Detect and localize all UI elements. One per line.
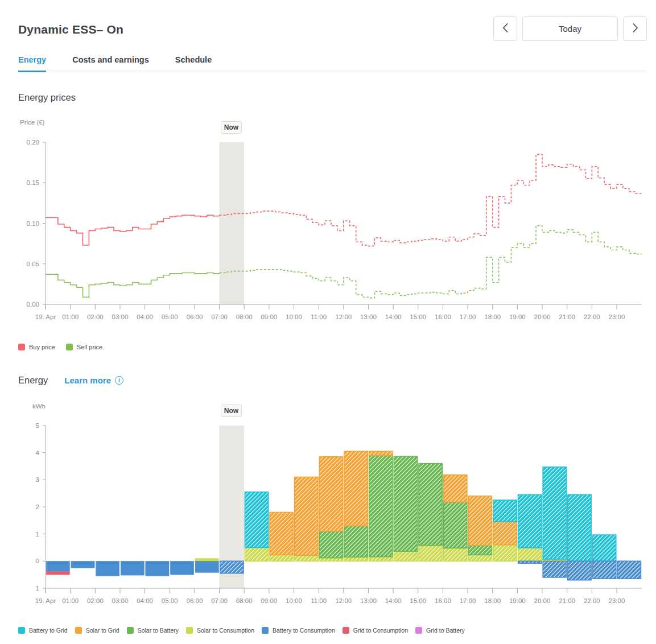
svg-text:12:00: 12:00	[335, 597, 352, 604]
svg-text:5: 5	[36, 422, 39, 429]
legend-swatch	[186, 627, 193, 634]
energy-flows-chart: 101234519. Apr01:0002:0003:0004:0005:000…	[0, 420, 656, 610]
svg-text:21:00: 21:00	[559, 313, 575, 320]
svg-text:17:00: 17:00	[460, 313, 476, 320]
svg-text:2: 2	[36, 503, 39, 510]
svg-text:0.00: 0.00	[27, 301, 39, 308]
svg-text:18:00: 18:00	[484, 313, 501, 320]
svg-text:0.15: 0.15	[27, 179, 39, 186]
price-chart-legend: Buy priceSell price	[18, 344, 102, 350]
svg-text:19:00: 19:00	[509, 313, 526, 320]
svg-text:04:00: 04:00	[137, 313, 153, 320]
svg-text:11:00: 11:00	[311, 313, 327, 320]
svg-text:3: 3	[36, 476, 39, 483]
legend-item-battery-to-consumption[interactable]: Battery to Consumption	[262, 627, 335, 634]
svg-text:20:00: 20:00	[534, 313, 551, 320]
svg-text:4: 4	[36, 449, 40, 456]
legend-item-solar-to-consumption[interactable]: Solar to Consumption	[186, 627, 254, 634]
legend-label: Battery to Grid	[29, 627, 68, 634]
legend-item-battery-to-grid[interactable]: Battery to Grid	[18, 627, 68, 634]
svg-text:02:00: 02:00	[87, 597, 104, 604]
legend-swatch	[75, 627, 82, 634]
today-button-label: Today	[559, 24, 581, 34]
date-navigation: Today	[493, 16, 647, 41]
svg-text:15:00: 15:00	[410, 597, 426, 604]
svg-text:23:00: 23:00	[609, 313, 625, 320]
tab-costs-and-earnings[interactable]: Costs and earnings	[72, 55, 149, 71]
svg-text:05:00: 05:00	[162, 597, 178, 604]
tab-energy[interactable]: Energy	[18, 55, 46, 71]
price-axis-unit: Price (€)	[20, 119, 44, 126]
legend-label: Buy price	[29, 344, 55, 350]
svg-text:0.10: 0.10	[27, 220, 39, 227]
legend-item-grid-to-battery[interactable]: Grid to Battery	[415, 627, 465, 634]
svg-text:03:00: 03:00	[112, 313, 129, 320]
svg-text:08:00: 08:00	[236, 597, 253, 604]
svg-text:05:00: 05:00	[162, 313, 178, 320]
svg-text:23:00: 23:00	[609, 597, 625, 604]
svg-text:15:00: 15:00	[410, 313, 426, 320]
legend-item-solar-to-grid[interactable]: Solar to Grid	[75, 627, 119, 634]
svg-text:14:00: 14:00	[385, 597, 402, 604]
info-icon: i	[115, 376, 123, 385]
legend-item-grid-to-consumption[interactable]: Grid to Consumption	[343, 627, 408, 634]
chevron-left-icon	[502, 23, 509, 35]
svg-text:02:00: 02:00	[87, 313, 104, 320]
learn-more-label: Learn more	[64, 375, 111, 385]
svg-text:03:00: 03:00	[112, 597, 129, 604]
legend-swatch	[66, 344, 73, 350]
svg-text:19. Apr: 19. Apr	[35, 597, 56, 604]
svg-text:07:00: 07:00	[211, 313, 228, 320]
svg-text:1: 1	[36, 531, 39, 538]
svg-text:16:00: 16:00	[435, 597, 451, 604]
svg-text:13:00: 13:00	[360, 597, 377, 604]
svg-text:12:00: 12:00	[335, 313, 352, 320]
svg-text:14:00: 14:00	[385, 313, 402, 320]
svg-text:22:00: 22:00	[584, 313, 600, 320]
svg-text:01:00: 01:00	[62, 597, 79, 604]
legend-swatch	[262, 627, 269, 634]
svg-text:18:00: 18:00	[484, 597, 501, 604]
page-title: Dynamic ESS– On	[18, 23, 123, 36]
svg-text:08:00: 08:00	[236, 313, 253, 320]
svg-text:0.05: 0.05	[27, 261, 39, 267]
chevron-right-icon	[632, 23, 638, 35]
svg-text:06:00: 06:00	[187, 313, 203, 320]
svg-text:22:00: 22:00	[584, 597, 600, 604]
legend-swatch	[18, 627, 25, 634]
svg-text:06:00: 06:00	[187, 597, 203, 604]
legend-item-solar-to-battery[interactable]: Solar to Battery	[127, 627, 179, 634]
next-day-button[interactable]	[623, 16, 647, 41]
learn-more-link[interactable]: Learn more i	[64, 375, 123, 385]
svg-text:13:00: 13:00	[360, 313, 377, 320]
svg-text:09:00: 09:00	[261, 597, 277, 604]
svg-text:20:00: 20:00	[534, 597, 551, 604]
energy-axis-unit: kWh	[32, 403, 46, 410]
legend-item-buy-price[interactable]: Buy price	[18, 344, 55, 350]
today-button[interactable]: Today	[522, 16, 618, 41]
svg-text:0.20: 0.20	[27, 139, 39, 146]
legend-swatch	[18, 344, 25, 350]
dynamic-ess-page: Dynamic ESS– On Today Energy Costs and e…	[0, 0, 656, 644]
energy-prices-title: Energy prices	[18, 92, 76, 103]
svg-text:01:00: 01:00	[62, 313, 79, 320]
svg-text:0: 0	[36, 558, 39, 564]
energy-chart-legend: Battery to GridSolar to GridSolar to Bat…	[18, 627, 465, 634]
tab-schedule[interactable]: Schedule	[175, 55, 212, 71]
legend-swatch	[127, 627, 134, 634]
svg-text:09:00: 09:00	[261, 313, 277, 320]
svg-text:11:00: 11:00	[311, 597, 327, 604]
price-now-badge: Now	[221, 121, 242, 134]
energy-title: Energy	[18, 375, 48, 386]
svg-text:17:00: 17:00	[460, 597, 476, 604]
previous-day-button[interactable]	[493, 16, 517, 41]
svg-text:10:00: 10:00	[286, 597, 302, 604]
legend-item-sell-price[interactable]: Sell price	[66, 344, 102, 350]
svg-text:1: 1	[36, 585, 39, 592]
svg-text:21:00: 21:00	[559, 597, 575, 604]
legend-label: Sell price	[77, 344, 102, 350]
svg-text:19:00: 19:00	[509, 597, 526, 604]
legend-swatch	[343, 627, 349, 634]
legend-label: Grid to Battery	[426, 627, 465, 634]
svg-text:10:00: 10:00	[286, 313, 302, 320]
